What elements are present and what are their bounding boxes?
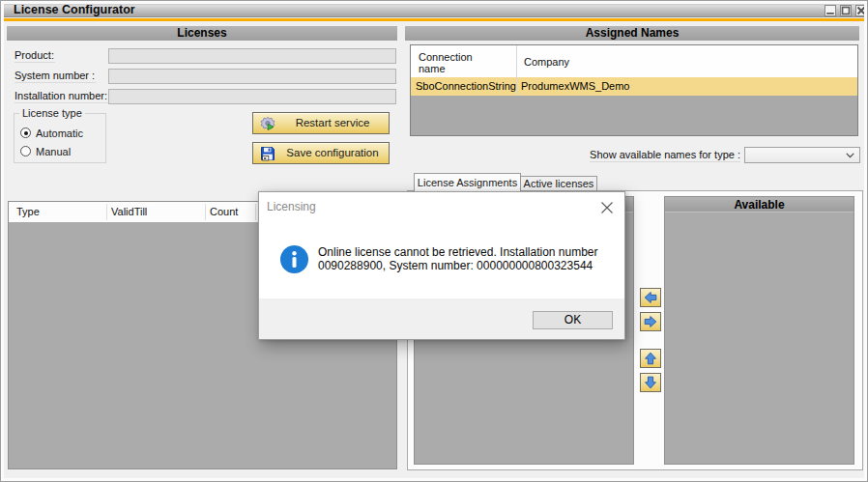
radio-manual-label[interactable]: Manual (36, 145, 71, 158)
available-list-header: Available (665, 197, 854, 213)
installation-number-input[interactable] (108, 89, 396, 104)
product-input[interactable] (108, 48, 396, 64)
col-type[interactable]: Type (16, 202, 40, 222)
move-down-button[interactable] (640, 373, 661, 392)
assigned-grid-header: Connection name Company (411, 45, 857, 77)
installation-number-label: Installation number: (14, 90, 108, 103)
available-list[interactable]: Available (664, 196, 854, 465)
col-company[interactable]: Company (524, 56, 569, 68)
arrow-down-icon (644, 376, 657, 389)
maximize-icon (841, 6, 851, 15)
save-configuration-label: Save configuration (286, 147, 378, 158)
close-icon (856, 6, 866, 15)
combo-chevron-icon (846, 153, 854, 158)
radio-manual[interactable] (20, 146, 31, 156)
assigned-names-header: Assigned Names (405, 26, 859, 41)
arrow-left-icon (644, 291, 657, 304)
restart-service-button[interactable]: Restart service (252, 112, 390, 134)
dialog-title: Licensing (267, 200, 316, 213)
accent-line (4, 18, 864, 21)
show-available-combo[interactable] (744, 147, 860, 163)
radio-automatic-label[interactable]: Automatic (36, 127, 83, 140)
col-validtill[interactable]: ValidTill (111, 202, 147, 222)
dialog-message-line2: 0090288900, System number: 0000000008003… (318, 259, 593, 272)
arrow-up-icon (644, 352, 657, 365)
license-type-legend: License type (19, 107, 85, 120)
cell-connection-name: SboConnectionString (416, 77, 516, 96)
title-bar: License Configurator (4, 3, 864, 17)
maximize-button[interactable] (840, 5, 852, 16)
dialog-message-line1: Online license cannot be retrieved. Inst… (318, 245, 598, 259)
tab-active-licenses[interactable]: Active licenses (521, 176, 597, 190)
restart-service-icon (260, 116, 275, 131)
system-number-label: System number : (14, 70, 96, 83)
license-configurator-window: License Configurator Licenses Product: S… (0, 0, 868, 482)
move-right-button[interactable] (640, 312, 661, 331)
radio-automatic[interactable] (20, 128, 31, 138)
product-label: Product: (14, 49, 55, 63)
show-available-label: Show available names for type : (590, 149, 740, 162)
assigned-grid-row[interactable]: SboConnectionString ProdumexWMS_Demo (411, 77, 857, 96)
close-button[interactable] (855, 5, 867, 16)
arrow-right-icon (644, 315, 657, 328)
save-configuration-button[interactable]: Save configuration (252, 142, 390, 164)
radio-automatic-dot (24, 131, 28, 135)
restart-service-label: Restart service (296, 117, 370, 128)
licensing-dialog: Licensing Online license cannot be retri… (258, 191, 625, 340)
window-title: License Configurator (14, 3, 135, 17)
tab-license-assignments[interactable]: License Assignments (414, 173, 521, 191)
info-icon (280, 245, 308, 273)
dialog-close-button[interactable] (599, 200, 615, 215)
save-icon (260, 146, 275, 161)
col-connection-name[interactable]: Connection name (419, 51, 486, 74)
cell-company: ProdumexWMS_Demo (521, 77, 629, 96)
system-number-input[interactable] (108, 69, 396, 84)
move-up-button[interactable] (640, 349, 661, 368)
assigned-names-grid[interactable]: Connection name Company SboConnectionStr… (410, 44, 858, 136)
col-count[interactable]: Count (210, 202, 238, 222)
minimize-icon (825, 6, 835, 15)
minimize-button[interactable] (825, 5, 836, 16)
licenses-header: Licenses (7, 26, 397, 41)
ok-button[interactable]: OK (533, 311, 613, 329)
move-left-button[interactable] (640, 288, 661, 307)
license-type-group: License type Automatic Manual (14, 113, 106, 163)
